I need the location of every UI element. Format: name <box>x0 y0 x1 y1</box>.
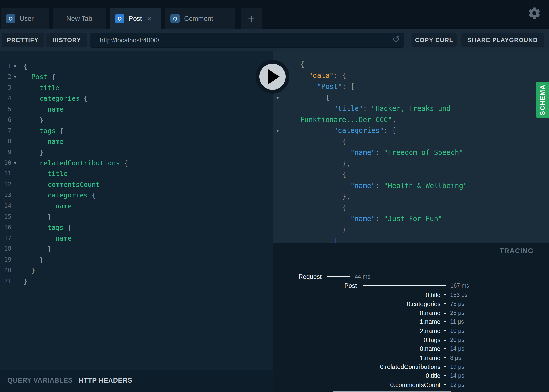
query-line: 7 tags { <box>0 125 273 136</box>
query-line: 15 } <box>0 211 273 222</box>
tracing-row-label: 0.name <box>273 345 440 352</box>
tracing-row: 0.categories75 μs <box>273 299 549 308</box>
code-text: name <box>23 104 64 115</box>
response-line: { <box>273 202 549 214</box>
code-text: "name": "Freedom of Speech" <box>300 147 463 158</box>
fold-arrow-icon[interactable]: ▾ <box>273 125 300 136</box>
tracing-row-duration: 75 μs <box>450 301 464 307</box>
response-line: ▾ { <box>273 92 549 103</box>
query-line: 17 name <box>0 233 273 244</box>
new-tab-button[interactable]: + <box>241 8 262 29</box>
query-code: 1▾{2▾ Post {3 title4 categories {5 name6… <box>0 61 273 287</box>
code-text: commentsCount <box>23 179 100 190</box>
execute-query-button[interactable] <box>256 60 289 94</box>
fold-arrow-icon[interactable]: ▾ <box>11 72 23 82</box>
line-number: 17 <box>0 233 11 244</box>
response-line: "name": "Health & Wellbeing" <box>273 180 549 192</box>
line-number: 3 <box>0 82 11 93</box>
query-badge: Q <box>6 14 15 23</box>
tracing-row-duration: 19 μs <box>450 364 464 370</box>
line-number: 11 <box>0 168 11 179</box>
history-button[interactable]: HISTORY <box>46 33 87 47</box>
code-text: { <box>23 61 27 72</box>
tracing-duration-bar <box>444 357 446 358</box>
tracing-row-duration: 25 μs <box>450 310 464 316</box>
tracing-row: Post167 ms <box>273 281 549 290</box>
query-line: 11 title <box>0 168 273 179</box>
query-line: 8 name <box>0 136 273 147</box>
query-line: 5 name <box>0 104 273 115</box>
toolbar: PRETTIFY HISTORY ↺ COPY CURL SHARE PLAYG… <box>0 29 549 51</box>
response-line: ] <box>273 235 549 243</box>
code-text: ] <box>300 235 338 243</box>
code-text: } <box>23 244 52 254</box>
tracing-row-label: 0.relatedContributions <box>273 363 440 370</box>
tracing-duration-bar <box>444 303 446 304</box>
query-line: 12 commentsCount <box>0 179 273 190</box>
query-line: 2▾ Post { <box>0 72 273 82</box>
endpoint-url-input[interactable] <box>100 33 382 47</box>
fold-arrow-icon[interactable]: ▾ <box>273 92 300 103</box>
tracing-duration-bar <box>444 348 446 349</box>
tracing-row-label: 1.name <box>273 354 440 362</box>
tracing-duration-bar <box>444 340 446 341</box>
tab-user[interactable]: QUser <box>1 8 49 29</box>
query-line: 18 } <box>0 244 273 254</box>
code-text: { <box>300 92 329 103</box>
tracing-row-label: Request <box>273 273 322 280</box>
tracing-duration-bar <box>327 276 350 277</box>
tracing-row: 0.tags20 μs <box>273 336 549 344</box>
reload-schema-icon[interactable]: ↺ <box>392 34 400 44</box>
tracing-row-duration: 153 μs <box>450 292 467 298</box>
tab-post[interactable]: QPost× <box>110 8 161 29</box>
response-line: { <box>273 136 549 147</box>
close-tab-icon[interactable]: × <box>147 14 152 23</box>
response-line: "title": "Hacker, Freaks und <box>273 103 549 114</box>
fold-arrow-icon[interactable]: ▾ <box>11 158 23 168</box>
tracing-duration-bar <box>363 285 446 286</box>
tracing-row-label: 0.title <box>273 372 440 379</box>
tracing-row-label: 2.name <box>273 327 440 335</box>
tab-query-variables[interactable]: QUERY VARIABLES <box>7 377 73 384</box>
query-line: 21} <box>0 276 273 287</box>
tab-new-tab[interactable]: New Tab <box>53 8 106 29</box>
code-text: "categories": [ <box>300 125 396 136</box>
tracing-row-duration: 14 μs <box>450 372 464 379</box>
settings-button[interactable] <box>528 6 541 20</box>
schema-side-tab-label: SCHEMA <box>539 84 546 115</box>
line-number: 18 <box>0 244 11 254</box>
tracing-row-label: 0.commentsCount <box>273 381 440 389</box>
response-line: ▾ "Post": [ <box>273 81 549 92</box>
query-line: 13 categories { <box>0 190 273 200</box>
copy-curl-button[interactable]: COPY CURL <box>412 33 457 47</box>
code-text: } <box>23 276 27 287</box>
line-number: 6 <box>0 115 11 125</box>
tab-http-headers[interactable]: HTTP HEADERS <box>79 377 132 384</box>
code-text: "name": "Just For Fun" <box>300 213 442 224</box>
tracing-row-label: 0.tags <box>273 336 440 343</box>
fold-arrow-icon[interactable]: ▾ <box>11 61 23 72</box>
prettify-button[interactable]: PRETTIFY <box>2 33 44 47</box>
schema-side-tab[interactable]: SCHEMA <box>536 82 549 118</box>
code-text: name <box>23 201 72 211</box>
line-number: 16 <box>0 222 11 233</box>
code-text: tags { <box>23 222 72 233</box>
tracing-row-duration: 14 μs <box>450 345 464 352</box>
line-number: 7 <box>0 125 11 136</box>
response-line: ▾ "data": { <box>273 70 549 81</box>
tracing-duration-bar <box>444 330 446 331</box>
share-playground-button[interactable]: SHARE PLAYGROUND <box>461 33 544 47</box>
tab-comment[interactable]: QComment <box>165 8 235 29</box>
line-number: 10 <box>0 158 11 168</box>
response-line: }, <box>273 191 549 202</box>
play-icon <box>268 69 280 84</box>
tab-label: User <box>20 15 34 23</box>
tracing-row: 0.relatedContributions19 μs <box>273 362 549 371</box>
response-line: ▾{ <box>273 59 549 70</box>
query-badge: Q <box>115 14 124 23</box>
code-text: categories { <box>23 190 96 200</box>
code-text: { <box>300 59 304 70</box>
tracing-row: 2.name10 μs <box>273 326 549 335</box>
line-number: 9 <box>0 147 11 158</box>
query-editor-pane[interactable]: 1▾{2▾ Post {3 title4 categories {5 name6… <box>0 51 273 370</box>
